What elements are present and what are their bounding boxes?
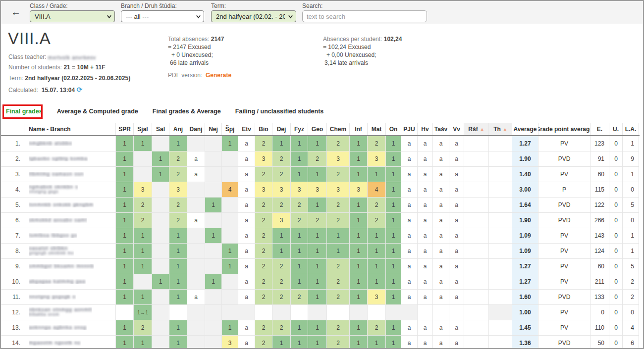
grade-cell-danj[interactable] (187, 136, 205, 151)
grade-cell-pju[interactable]: a (401, 274, 418, 290)
grade-cell-inf[interactable]: 1 (350, 198, 368, 213)
grade-cell-sal[interactable]: 1 (152, 151, 169, 167)
grade-cell-etv[interactable]: a (238, 259, 255, 274)
grade-cell-bio[interactable]: 2 (255, 274, 272, 290)
grade-cell-dej[interactable]: 1 (272, 136, 291, 151)
grade-cell-ršf[interactable] (464, 182, 489, 198)
grade-cell-nej[interactable]: 1 (205, 274, 222, 290)
grade-cell-chem[interactable] (327, 305, 350, 320)
grade-cell-th[interactable] (489, 259, 512, 274)
grade-cell-sal[interactable] (152, 228, 169, 244)
grade-cell-tašv[interactable] (433, 305, 449, 320)
grade-cell-ršf[interactable] (464, 244, 489, 259)
grade-cell-anj[interactable]: 1 (169, 320, 187, 336)
grade-cell-ršf[interactable] (464, 259, 489, 274)
grade-cell-nej[interactable]: 1 (205, 198, 222, 213)
grade-cell-spr[interactable] (116, 305, 134, 320)
grade-cell-inf[interactable]: 1 (350, 320, 368, 336)
grade-cell-danj[interactable] (187, 259, 205, 274)
grade-cell-pju[interactable]: a (401, 290, 418, 305)
student-name-cell[interactable]: nmgbknb atsbbo (24, 136, 116, 151)
grade-cell-inf[interactable]: 1 (350, 151, 368, 167)
grade-cell-anj[interactable]: 2 (169, 167, 187, 182)
grade-cell-špj[interactable] (222, 167, 238, 182)
grade-cell-spr[interactable]: 1 (116, 167, 134, 182)
grade-cell-th[interactable] (489, 305, 512, 320)
grade-cell-spr[interactable]: 1 (116, 320, 134, 336)
grade-cell-fyz[interactable]: 2 (291, 213, 308, 228)
grade-cell-danj[interactable]: a (187, 290, 205, 305)
grade-cell-on[interactable] (386, 305, 401, 320)
student-name-cell[interactable]: nnotgng gsgsgk o (24, 290, 116, 305)
grade-cell-mat[interactable] (368, 305, 386, 320)
grade-cell-th[interactable] (489, 198, 512, 213)
grade-cell-hv[interactable]: a (418, 320, 433, 336)
grade-cell-hv[interactable] (418, 305, 433, 320)
grade-cell-špj[interactable]: 4 (222, 182, 238, 198)
grade-cell-vv[interactable]: a (449, 167, 464, 182)
grade-cell-špj[interactable]: 1 (222, 244, 238, 259)
grade-cell-chem[interactable]: 2 (327, 167, 350, 182)
grade-cell-geo[interactable]: 3 (308, 182, 327, 198)
grade-cell-bio[interactable]: 3 (255, 182, 272, 198)
grade-cell-dej[interactable]: 2 (272, 167, 291, 182)
grade-cell-pju[interactable]: a (401, 167, 418, 182)
refresh-icon[interactable]: ⟳ (76, 86, 82, 94)
grade-cell-th[interactable] (489, 244, 512, 259)
grade-cell-etv[interactable] (238, 305, 255, 320)
student-name-cell[interactable]: smmbgst bksamn mnnnb (24, 259, 116, 274)
grade-cell-vv[interactable]: a (449, 198, 464, 213)
grade-cell-inf[interactable]: 1 (350, 244, 368, 259)
grade-cell-sjal[interactable] (134, 167, 152, 182)
grade-cell-on[interactable]: 1 (386, 213, 401, 228)
grade-cell-anj[interactable]: 2 (169, 198, 187, 213)
grade-cell-tašv[interactable]: a (433, 259, 449, 274)
grade-cell-bio[interactable]: 2 (255, 320, 272, 336)
grade-cell-pju[interactable]: a (401, 320, 418, 336)
grade-cell-nej[interactable]: 1 (205, 228, 222, 244)
grade-cell-sjal[interactable]: 1 (134, 244, 152, 259)
grade-cell-spr[interactable]: 1 (116, 274, 134, 290)
grade-cell-th[interactable] (489, 213, 512, 228)
grade-cell-bio[interactable]: 2 (255, 228, 272, 244)
grade-cell-fyz[interactable]: 1 (291, 320, 308, 336)
grade-cell-tašv[interactable]: a (433, 290, 449, 305)
grade-cell-geo[interactable]: 1 (308, 336, 327, 349)
grade-cell-mat[interactable]: 2 (368, 198, 386, 213)
student-name-cell[interactable]: nbnksan otnmgg aonmttbtbakba snsm (24, 305, 116, 320)
grade-cell-vv[interactable]: a (449, 151, 464, 167)
grade-cell-vv[interactable]: a (449, 136, 464, 151)
grade-cell-geo[interactable]: 1 (308, 320, 327, 336)
grade-cell-anj[interactable]: 1 (169, 290, 187, 305)
grade-cell-sjal[interactable]: 1 (134, 259, 152, 274)
grade-cell-hv[interactable]: a (418, 151, 433, 167)
grade-cell-mat[interactable]: 1 (368, 228, 386, 244)
grade-cell-nej[interactable] (205, 244, 222, 259)
grade-cell-spr[interactable]: 1 (116, 290, 134, 305)
grade-cell-hv[interactable]: a (418, 259, 433, 274)
grade-cell-hv[interactable]: a (418, 244, 433, 259)
grade-cell-špj[interactable] (222, 228, 238, 244)
grade-cell-chem[interactable]: 1 (327, 228, 350, 244)
grade-cell-ršf[interactable] (464, 274, 489, 290)
grade-cell-vv[interactable]: a (449, 336, 464, 349)
grade-cell-geo[interactable]: 1 (308, 198, 327, 213)
grade-cell-geo[interactable]: 1 (308, 290, 327, 305)
grade-cell-inf[interactable]: 1 (350, 336, 368, 349)
grade-cell-dej[interactable]: 3 (272, 213, 291, 228)
term-select[interactable]: 2nd halfyear (02.02. - 20.06.2025) (211, 10, 296, 22)
grade-cell-pju[interactable]: a (401, 259, 418, 274)
grade-cell-dej[interactable]: 3 (272, 182, 291, 198)
student-name-cell[interactable]: ttbmtmg oamasn osn (24, 167, 116, 182)
grade-cell-ršf[interactable] (464, 290, 489, 305)
grade-cell-tašv[interactable]: a (433, 167, 449, 182)
grade-cell-ršf[interactable] (464, 213, 489, 228)
grade-cell-anj[interactable]: 1 (169, 336, 187, 349)
grade-cell-špj[interactable] (222, 290, 238, 305)
grade-cell-anj[interactable]: 3 (169, 182, 187, 198)
grade-cell-hv[interactable]: a (418, 274, 433, 290)
grade-cell-anj[interactable]: 1 (169, 228, 187, 244)
grade-cell-vv[interactable]: a (449, 259, 464, 274)
grade-cell-danj[interactable] (187, 305, 205, 320)
grade-cell-danj[interactable]: a (187, 151, 205, 167)
